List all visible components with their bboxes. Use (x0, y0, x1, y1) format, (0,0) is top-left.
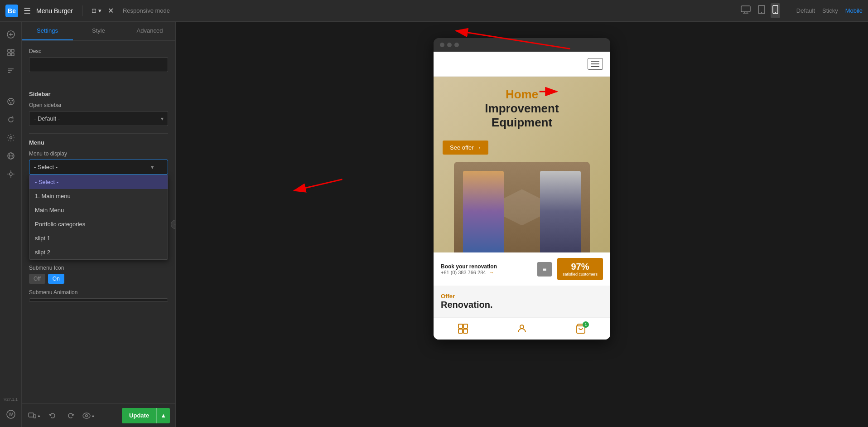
nav-grid-icon[interactable] (434, 323, 492, 334)
main-layout: V27.1.1 W Settings Style Advanced Desc S… (0, 22, 868, 427)
page-icon-button[interactable]: ⊡ ▾ (92, 7, 101, 14)
undo-btn[interactable] (45, 408, 60, 423)
globe-icon[interactable] (4, 149, 18, 163)
dropdown-item-5[interactable]: slipt 2 (29, 245, 168, 259)
mobile-burger-icon[interactable] (588, 58, 603, 70)
add-element-icon[interactable] (4, 27, 18, 42)
svg-point-32 (86, 414, 88, 417)
stat-percent: 97% satisfied customers (557, 258, 603, 280)
tab-settings[interactable]: Settings (22, 22, 73, 40)
offer-label: Offer (441, 293, 603, 300)
default-mode[interactable]: Default (796, 7, 815, 14)
dropdown-item-2[interactable]: Main Menu (29, 203, 168, 217)
svg-rect-14 (11, 53, 14, 56)
submenu-icon-off-btn[interactable]: Off (29, 274, 45, 284)
offer-title: Renovation. (441, 300, 603, 310)
dropdown-item-1[interactable]: 1. Main menu (29, 189, 168, 203)
mobile-preview: Home Improvement Equipment See offer → (434, 38, 610, 340)
bottom-bar: ▲ ▲ Update ▲ (22, 403, 175, 427)
submenu-animation-label: Submenu Animation (29, 289, 168, 296)
tablet-icon[interactable] (756, 3, 767, 18)
menu-select-value: - Select - (34, 164, 58, 170)
gear2-icon[interactable] (4, 167, 18, 181)
stat-book: Book your renovation +61 (0) 383 766 284… (441, 263, 532, 275)
open-sidebar-select-wrapper: - Default - ▾ (29, 111, 168, 126)
svg-point-21 (10, 102, 11, 104)
desktop-icon[interactable] (739, 4, 752, 18)
stat-percent-number: 97% (571, 262, 589, 272)
svg-text:W: W (9, 412, 13, 417)
update-label[interactable]: Update (122, 408, 156, 423)
page-icon-chevron: ▾ (98, 7, 101, 14)
app-logo[interactable]: Be (5, 5, 18, 17)
tab-advanced[interactable]: Advanced (124, 22, 175, 40)
svg-point-31 (83, 413, 90, 418)
svg-line-42 (294, 180, 342, 191)
desc-input[interactable] (29, 57, 168, 72)
grid-icon[interactable] (4, 45, 18, 60)
canvas-area: Home Improvement Equipment See offer → (176, 22, 868, 427)
open-sidebar-label: Open sidebar (29, 102, 168, 108)
settings-content: Desc Sidebar Open sidebar - Default - ▾ … (22, 41, 175, 403)
tab-style[interactable]: Style (73, 22, 124, 40)
mobile-header (434, 52, 610, 77)
wordpress-icon[interactable]: W (4, 407, 18, 422)
svg-rect-12 (11, 49, 14, 52)
svg-rect-29 (29, 413, 34, 417)
svg-point-26 (10, 173, 12, 175)
bag-badge: 1 (583, 321, 589, 328)
dropdown-item-0[interactable]: - Select - (29, 175, 168, 189)
nav-user-icon[interactable] (492, 323, 551, 334)
responsive-icon-btn[interactable]: ▲ (27, 408, 42, 423)
update-chevron[interactable]: ▲ (156, 408, 170, 423)
svg-rect-34 (463, 324, 468, 328)
update-button[interactable]: Update ▲ (122, 408, 170, 423)
svg-point-20 (11, 100, 13, 102)
device-icons (739, 3, 780, 18)
svg-rect-13 (8, 53, 10, 56)
sort-icon[interactable] (4, 63, 18, 78)
svg-point-18 (8, 98, 14, 105)
submenu-icon-toggle: Off On (29, 274, 168, 284)
settings-icon[interactable] (4, 131, 18, 145)
svg-point-37 (520, 325, 524, 329)
stat-book-phone: +61 (0) 383 766 284 → (441, 270, 532, 275)
svg-rect-0 (741, 6, 750, 12)
svg-rect-30 (34, 415, 36, 418)
svg-point-22 (10, 137, 12, 139)
hero-title-line3: Equipment (443, 116, 601, 130)
redo-btn[interactable] (63, 408, 78, 423)
menu-to-display-select[interactable]: - Select - ▾ (29, 160, 168, 175)
close-icon[interactable]: ✕ (108, 6, 114, 15)
dropdown-item-4[interactable]: slipt 1 (29, 231, 168, 245)
nav-bag-icon[interactable]: 1 (551, 323, 610, 334)
eye-btn[interactable]: ▲ (82, 408, 96, 423)
open-sidebar-select[interactable]: - Default - (29, 111, 168, 126)
submenu-icon-on-btn[interactable]: On (48, 274, 64, 284)
mobile-mode[interactable]: Mobile (845, 7, 863, 14)
desc-label: Desc (29, 48, 168, 54)
dropdown-item-3[interactable]: Portfolio categories (29, 217, 168, 231)
stat-book-title: Book your renovation (441, 263, 532, 270)
mobile-icon[interactable] (771, 3, 780, 18)
sticky-mode[interactable]: Sticky (822, 7, 838, 14)
hero-title-line2: Improvement (443, 102, 601, 116)
svg-rect-36 (463, 329, 468, 333)
svg-point-7 (775, 12, 776, 13)
settings-tabs: Settings Style Advanced (22, 22, 175, 41)
palette-icon[interactable] (4, 94, 18, 109)
hero-btn[interactable]: See offer → (443, 141, 488, 155)
hero-image (443, 162, 601, 252)
responsive-mode-label: Responsive mode (123, 7, 170, 14)
mobile-hero: Home Improvement Equipment See offer → (434, 77, 610, 252)
stat-percent-label: satisfied customers (563, 272, 598, 277)
topbar-divider (82, 5, 82, 16)
menu-dropdown: - Select - 1. Main menu Main Menu Portfo… (29, 175, 168, 260)
stats-bar: Book your renovation +61 (0) 383 766 284… (434, 252, 610, 286)
hamburger-icon[interactable]: ☰ (24, 6, 31, 16)
app-title: Menu Burger (36, 7, 73, 15)
svg-point-5 (761, 12, 762, 13)
refresh-icon[interactable] (4, 112, 18, 127)
icon-bar: V27.1.1 W (0, 22, 22, 427)
menu-to-display-wrapper: - Select - ▾ - Select - 1. Main menu Mai… (29, 160, 168, 175)
